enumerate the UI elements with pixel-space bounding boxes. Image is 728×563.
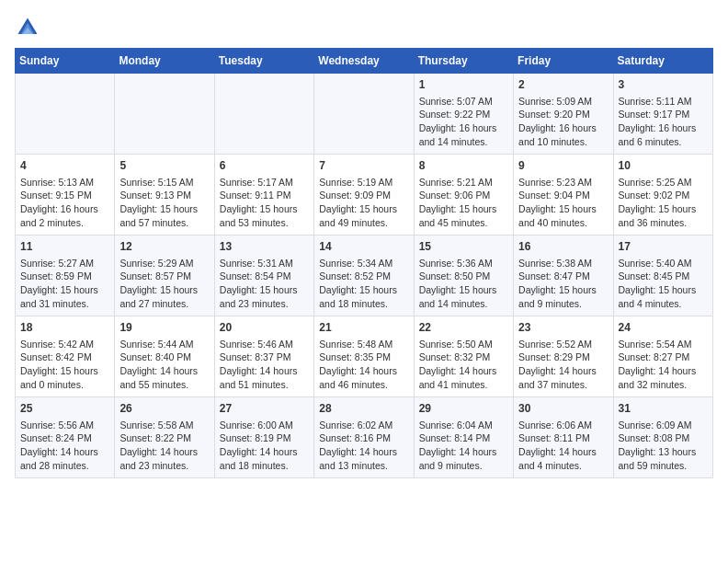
day-number: 19 <box>119 320 209 336</box>
cell-content: Sunrise: 5:29 AM Sunset: 8:57 PM Dayligh… <box>119 257 209 311</box>
day-number: 29 <box>419 401 508 417</box>
cell-content: Sunrise: 5:23 AM Sunset: 9:04 PM Dayligh… <box>518 176 608 230</box>
cell-content: Sunrise: 6:02 AM Sunset: 8:16 PM Dayligh… <box>319 419 408 473</box>
day-number: 14 <box>319 239 408 255</box>
day-number: 18 <box>20 320 109 336</box>
calendar-week-row: 4Sunrise: 5:13 AM Sunset: 9:15 PM Daylig… <box>16 155 713 236</box>
day-number: 23 <box>518 320 608 336</box>
calendar-week-row: 11Sunrise: 5:27 AM Sunset: 8:59 PM Dayli… <box>16 236 713 316</box>
calendar-cell: 28Sunrise: 6:02 AM Sunset: 8:16 PM Dayli… <box>314 397 414 478</box>
calendar-cell: 16Sunrise: 5:38 AM Sunset: 8:47 PM Dayli… <box>514 236 613 316</box>
calendar-cell: 12Sunrise: 5:29 AM Sunset: 8:57 PM Dayli… <box>115 236 214 316</box>
cell-content: Sunrise: 5:54 AM Sunset: 8:27 PM Dayligh… <box>619 338 708 392</box>
calendar-cell: 31Sunrise: 6:09 AM Sunset: 8:08 PM Dayli… <box>613 397 712 478</box>
calendar-cell: 4Sunrise: 5:13 AM Sunset: 9:15 PM Daylig… <box>16 155 115 236</box>
cell-content: Sunrise: 5:07 AM Sunset: 9:22 PM Dayligh… <box>419 95 508 149</box>
calendar-cell: 25Sunrise: 5:56 AM Sunset: 8:24 PM Dayli… <box>16 397 115 478</box>
day-number: 15 <box>419 239 508 255</box>
day-number: 30 <box>518 401 608 417</box>
calendar-cell: 18Sunrise: 5:42 AM Sunset: 8:42 PM Dayli… <box>16 316 115 397</box>
calendar-week-row: 18Sunrise: 5:42 AM Sunset: 8:42 PM Dayli… <box>16 316 713 397</box>
cell-content: Sunrise: 5:48 AM Sunset: 8:35 PM Dayligh… <box>319 338 408 392</box>
calendar-cell: 14Sunrise: 5:34 AM Sunset: 8:52 PM Dayli… <box>314 236 414 316</box>
day-number: 4 <box>20 158 109 174</box>
calendar-cell <box>16 74 115 155</box>
calendar-cell: 11Sunrise: 5:27 AM Sunset: 8:59 PM Dayli… <box>16 236 115 316</box>
day-number: 31 <box>619 401 708 417</box>
calendar-cell: 21Sunrise: 5:48 AM Sunset: 8:35 PM Dayli… <box>314 316 414 397</box>
cell-content: Sunrise: 5:34 AM Sunset: 8:52 PM Dayligh… <box>319 257 408 311</box>
cell-content: Sunrise: 5:44 AM Sunset: 8:40 PM Dayligh… <box>119 338 209 392</box>
header-sunday: Sunday <box>16 49 115 74</box>
day-number: 12 <box>119 239 209 255</box>
day-number: 2 <box>518 77 608 93</box>
calendar-cell: 6Sunrise: 5:17 AM Sunset: 9:11 PM Daylig… <box>214 155 313 236</box>
day-number: 11 <box>20 239 109 255</box>
header-monday: Monday <box>115 49 214 74</box>
day-number: 8 <box>419 158 508 174</box>
cell-content: Sunrise: 5:56 AM Sunset: 8:24 PM Dayligh… <box>20 419 109 473</box>
calendar-table: SundayMondayTuesdayWednesdayThursdayFrid… <box>15 48 713 478</box>
day-number: 28 <box>319 401 408 417</box>
day-number: 3 <box>619 77 708 93</box>
day-number: 21 <box>319 320 408 336</box>
calendar-header-row: SundayMondayTuesdayWednesdayThursdayFrid… <box>16 49 713 74</box>
cell-content: Sunrise: 5:21 AM Sunset: 9:06 PM Dayligh… <box>419 176 508 230</box>
day-number: 26 <box>119 401 209 417</box>
cell-content: Sunrise: 5:27 AM Sunset: 8:59 PM Dayligh… <box>20 257 109 311</box>
header-thursday: Thursday <box>414 49 513 74</box>
day-number: 16 <box>518 239 608 255</box>
calendar-cell: 5Sunrise: 5:15 AM Sunset: 9:13 PM Daylig… <box>115 155 214 236</box>
cell-content: Sunrise: 5:50 AM Sunset: 8:32 PM Dayligh… <box>419 338 508 392</box>
calendar-cell: 22Sunrise: 5:50 AM Sunset: 8:32 PM Dayli… <box>414 316 513 397</box>
calendar-cell: 19Sunrise: 5:44 AM Sunset: 8:40 PM Dayli… <box>115 316 214 397</box>
header-tuesday: Tuesday <box>214 49 313 74</box>
cell-content: Sunrise: 5:11 AM Sunset: 9:17 PM Dayligh… <box>619 95 708 149</box>
calendar-cell: 15Sunrise: 5:36 AM Sunset: 8:50 PM Dayli… <box>414 236 513 316</box>
day-number: 10 <box>619 158 708 174</box>
cell-content: Sunrise: 6:00 AM Sunset: 8:19 PM Dayligh… <box>220 419 309 473</box>
cell-content: Sunrise: 6:06 AM Sunset: 8:11 PM Dayligh… <box>518 419 608 473</box>
calendar-cell: 23Sunrise: 5:52 AM Sunset: 8:29 PM Dayli… <box>514 316 613 397</box>
day-number: 7 <box>319 158 408 174</box>
day-number: 24 <box>619 320 708 336</box>
calendar-cell: 7Sunrise: 5:19 AM Sunset: 9:09 PM Daylig… <box>314 155 414 236</box>
calendar-cell: 30Sunrise: 6:06 AM Sunset: 8:11 PM Dayli… <box>514 397 613 478</box>
calendar-cell: 24Sunrise: 5:54 AM Sunset: 8:27 PM Dayli… <box>613 316 712 397</box>
calendar-cell: 10Sunrise: 5:25 AM Sunset: 9:02 PM Dayli… <box>613 155 712 236</box>
cell-content: Sunrise: 5:52 AM Sunset: 8:29 PM Dayligh… <box>518 338 608 392</box>
calendar-cell: 1Sunrise: 5:07 AM Sunset: 9:22 PM Daylig… <box>414 74 513 155</box>
page-header <box>15 15 713 40</box>
calendar-cell: 27Sunrise: 6:00 AM Sunset: 8:19 PM Dayli… <box>214 397 313 478</box>
cell-content: Sunrise: 5:17 AM Sunset: 9:11 PM Dayligh… <box>220 176 309 230</box>
logo <box>15 15 44 40</box>
cell-content: Sunrise: 6:09 AM Sunset: 8:08 PM Dayligh… <box>619 419 708 473</box>
day-number: 13 <box>220 239 309 255</box>
cell-content: Sunrise: 5:36 AM Sunset: 8:50 PM Dayligh… <box>419 257 508 311</box>
calendar-cell: 8Sunrise: 5:21 AM Sunset: 9:06 PM Daylig… <box>414 155 513 236</box>
calendar-week-row: 1Sunrise: 5:07 AM Sunset: 9:22 PM Daylig… <box>16 74 713 155</box>
calendar-cell <box>115 74 214 155</box>
calendar-cell: 3Sunrise: 5:11 AM Sunset: 9:17 PM Daylig… <box>613 74 712 155</box>
day-number: 1 <box>419 77 508 93</box>
calendar-cell: 20Sunrise: 5:46 AM Sunset: 8:37 PM Dayli… <box>214 316 313 397</box>
header-saturday: Saturday <box>613 49 712 74</box>
calendar-cell: 26Sunrise: 5:58 AM Sunset: 8:22 PM Dayli… <box>115 397 214 478</box>
cell-content: Sunrise: 6:04 AM Sunset: 8:14 PM Dayligh… <box>419 419 508 473</box>
cell-content: Sunrise: 5:46 AM Sunset: 8:37 PM Dayligh… <box>220 338 309 392</box>
day-number: 27 <box>220 401 309 417</box>
calendar-cell: 2Sunrise: 5:09 AM Sunset: 9:20 PM Daylig… <box>514 74 613 155</box>
day-number: 6 <box>220 158 309 174</box>
day-number: 20 <box>220 320 309 336</box>
cell-content: Sunrise: 5:19 AM Sunset: 9:09 PM Dayligh… <box>319 176 408 230</box>
cell-content: Sunrise: 5:25 AM Sunset: 9:02 PM Dayligh… <box>619 176 708 230</box>
cell-content: Sunrise: 5:40 AM Sunset: 8:45 PM Dayligh… <box>619 257 708 311</box>
cell-content: Sunrise: 5:42 AM Sunset: 8:42 PM Dayligh… <box>20 338 109 392</box>
header-friday: Friday <box>514 49 613 74</box>
cell-content: Sunrise: 5:13 AM Sunset: 9:15 PM Dayligh… <box>20 176 109 230</box>
cell-content: Sunrise: 5:58 AM Sunset: 8:22 PM Dayligh… <box>119 419 209 473</box>
day-number: 25 <box>20 401 109 417</box>
cell-content: Sunrise: 5:09 AM Sunset: 9:20 PM Dayligh… <box>518 95 608 149</box>
header-wednesday: Wednesday <box>314 49 414 74</box>
calendar-cell: 13Sunrise: 5:31 AM Sunset: 8:54 PM Dayli… <box>214 236 313 316</box>
